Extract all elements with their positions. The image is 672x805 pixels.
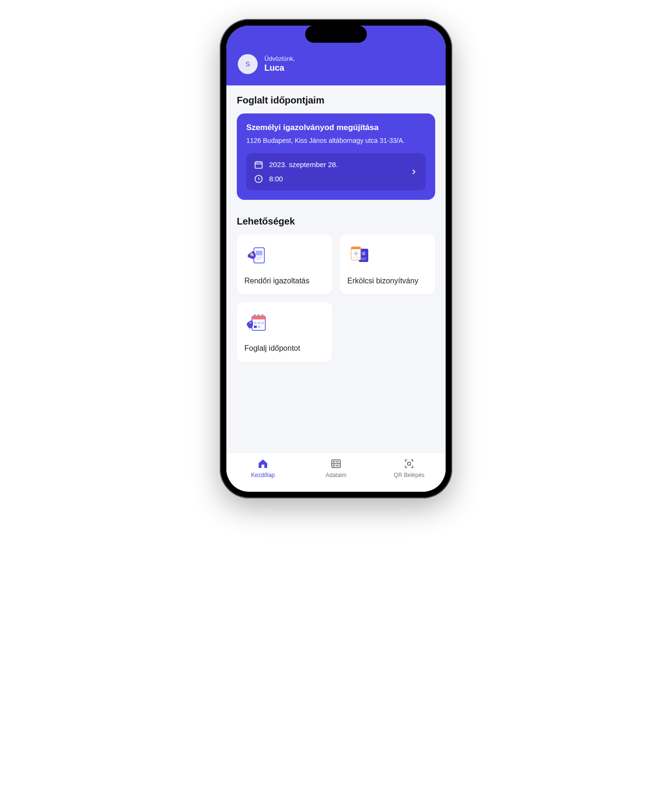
avatar-letter: S [245,60,250,68]
home-icon [257,458,269,470]
appointment-date: 2023. szeptember 28. [269,160,338,168]
tab-label: Adataim [326,472,346,478]
svg-point-17 [354,252,358,255]
tab-qr[interactable]: QR Belépés [388,458,430,478]
avatar[interactable]: S [238,54,258,74]
phone-frame: S Üdvözlünk, Luca Foglalt időpontjaim Sz… [220,19,452,498]
clock-icon [254,174,263,184]
svg-rect-16 [351,247,361,249]
appointment-title: Személyi igazolványod megújítása [246,123,426,132]
option-label: Erkölcsi bizonyítvány [347,276,428,286]
tab-home[interactable]: Kezdőlap [242,458,284,478]
svg-line-6 [259,179,260,180]
option-card-booking[interactable]: Foglalj időpontot [237,302,332,362]
app-screen: S Üdvözlünk, Luca Foglalt időpontjaim Sz… [226,26,446,492]
appointment-time-row: 8:00 [254,174,338,184]
svg-point-21 [254,314,256,316]
svg-rect-27 [254,326,257,328]
appointment-card[interactable]: Személyi igazolványod megújítása 1126 Bu… [237,113,435,200]
main-content: Foglalt időpontjaim Személyi igazolványo… [226,85,446,452]
tab-label: Kezdőlap [251,472,275,478]
svg-rect-24 [254,322,257,324]
appointment-time: 8:00 [269,175,283,183]
svg-rect-26 [261,322,264,324]
tab-label: QR Belépés [394,472,425,478]
greeting-block: Üdvözlünk, Luca [264,55,295,73]
svg-rect-8 [256,251,262,255]
svg-point-12 [362,252,365,255]
appointment-date-row: 2023. szeptember 28. [254,160,338,169]
phone-notch [305,26,367,43]
svg-point-23 [261,314,263,316]
appointment-datetime[interactable]: 2023. szeptember 28. 8:00 [246,153,426,190]
option-card-certificate[interactable]: Erkölcsi bizonyítvány [340,234,435,295]
tab-data[interactable]: Adataim [315,458,357,478]
option-label: Foglalj időpontot [244,344,325,354]
svg-rect-28 [258,326,261,328]
appointment-datetime-info: 2023. szeptember 28. 8:00 [254,160,338,184]
police-id-icon [244,243,269,268]
greeting-name: Luca [264,63,295,73]
data-list-icon [330,458,342,470]
chevron-right-icon [410,168,418,176]
options-grid: Rendőri igazoltatás [237,234,435,363]
calendar-icon [254,160,263,169]
svg-point-22 [258,314,260,316]
svg-rect-25 [258,322,261,324]
tab-bar: Kezdőlap Adataim [226,452,446,492]
svg-point-33 [334,465,335,466]
appointments-title: Foglalt időpontjaim [237,95,435,106]
appointment-address: 1126 Budapest, Kiss János altábornagy ut… [246,136,426,146]
option-card-police-id[interactable]: Rendőri igazoltatás [237,234,332,295]
svg-rect-0 [255,162,262,168]
svg-rect-20 [252,316,265,319]
svg-rect-35 [408,462,411,465]
calendar-booking-icon [244,310,269,335]
option-label: Rendőri igazoltatás [244,276,325,286]
greeting-label: Üdvözlünk, [264,55,295,62]
svg-point-31 [334,461,335,462]
qr-icon [403,458,415,470]
certificate-icon [347,243,372,268]
options-title: Lehetőségek [237,216,435,227]
